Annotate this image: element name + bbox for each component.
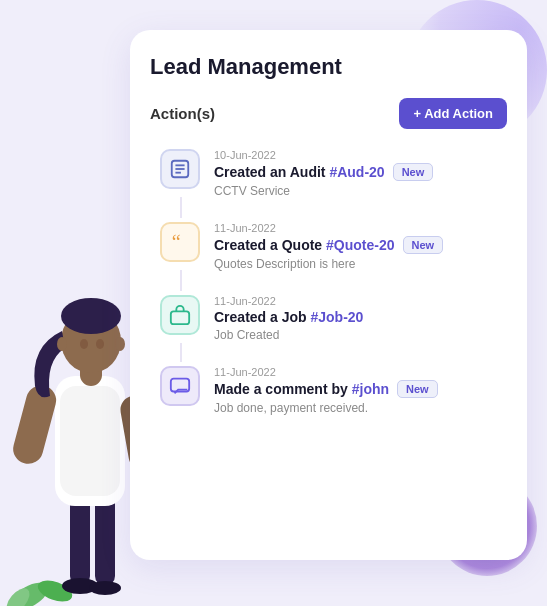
timeline-item-audit: 10-Jun-2022 Created an Audit #Aud-20 New… bbox=[160, 149, 507, 198]
badge-new: New bbox=[403, 236, 444, 254]
timeline-desc: Job Created bbox=[214, 328, 507, 342]
timeline-item-job: 11-Jun-2022 Created a Job #Job-20 Job Cr… bbox=[160, 295, 507, 342]
timeline-highlight: #Quote-20 bbox=[326, 237, 394, 253]
svg-text:“: “ bbox=[172, 231, 181, 253]
timeline-title: Created a Quote #Quote-20 bbox=[214, 237, 395, 253]
timeline-title: Created an Audit #Aud-20 bbox=[214, 164, 385, 180]
timeline-highlight: #Job-20 bbox=[310, 309, 363, 325]
card-header: Action(s) + Add Action bbox=[150, 98, 507, 129]
timeline-item-quote: “ 11-Jun-2022 Created a Quote #Quote-20 … bbox=[160, 222, 507, 271]
timeline-title-row: Created a Quote #Quote-20 New bbox=[214, 236, 507, 254]
add-action-button[interactable]: + Add Action bbox=[399, 98, 507, 129]
timeline-desc: CCTV Service bbox=[214, 184, 507, 198]
timeline-icon-job bbox=[160, 295, 200, 335]
timeline-highlight: #Aud-20 bbox=[329, 164, 384, 180]
svg-rect-8 bbox=[60, 386, 120, 496]
svg-rect-3 bbox=[70, 496, 90, 586]
svg-rect-9 bbox=[10, 382, 60, 467]
lead-management-card: Lead Management Action(s) + Add Action 1… bbox=[130, 30, 527, 560]
timeline-content-comment: 11-Jun-2022 Made a comment by #john New … bbox=[214, 366, 507, 415]
timeline-title: Created a Job #Job-20 bbox=[214, 309, 363, 325]
timeline-date: 11-Jun-2022 bbox=[214, 222, 507, 234]
timeline-title: Made a comment by #john bbox=[214, 381, 389, 397]
timeline-item-comment: 11-Jun-2022 Made a comment by #john New … bbox=[160, 366, 507, 415]
timeline-date: 11-Jun-2022 bbox=[214, 295, 507, 307]
svg-point-6 bbox=[89, 581, 121, 595]
timeline-icon-audit bbox=[160, 149, 200, 189]
timeline: 10-Jun-2022 Created an Audit #Aud-20 New… bbox=[150, 149, 507, 415]
card-title: Lead Management bbox=[150, 54, 507, 80]
svg-point-14 bbox=[80, 339, 88, 349]
svg-point-15 bbox=[96, 339, 104, 349]
svg-rect-23 bbox=[171, 311, 189, 324]
timeline-highlight: #john bbox=[352, 381, 389, 397]
badge-new: New bbox=[393, 163, 434, 181]
svg-point-17 bbox=[115, 337, 125, 351]
timeline-icon-comment bbox=[160, 366, 200, 406]
svg-point-13 bbox=[61, 298, 121, 334]
timeline-content-job: 11-Jun-2022 Created a Job #Job-20 Job Cr… bbox=[214, 295, 507, 342]
timeline-desc: Quotes Description is here bbox=[214, 257, 507, 271]
timeline-content-audit: 10-Jun-2022 Created an Audit #Aud-20 New… bbox=[214, 149, 507, 198]
timeline-desc: Job done, payment received. bbox=[214, 401, 507, 415]
badge-new: New bbox=[397, 380, 438, 398]
timeline-title-row: Made a comment by #john New bbox=[214, 380, 507, 398]
timeline-date: 11-Jun-2022 bbox=[214, 366, 507, 378]
timeline-icon-quote: “ bbox=[160, 222, 200, 262]
actions-label: Action(s) bbox=[150, 105, 215, 122]
timeline-content-quote: 11-Jun-2022 Created a Quote #Quote-20 Ne… bbox=[214, 222, 507, 271]
timeline-title-row: Created an Audit #Aud-20 New bbox=[214, 163, 507, 181]
svg-point-16 bbox=[57, 337, 67, 351]
timeline-date: 10-Jun-2022 bbox=[214, 149, 507, 161]
timeline-title-row: Created a Job #Job-20 bbox=[214, 309, 507, 325]
